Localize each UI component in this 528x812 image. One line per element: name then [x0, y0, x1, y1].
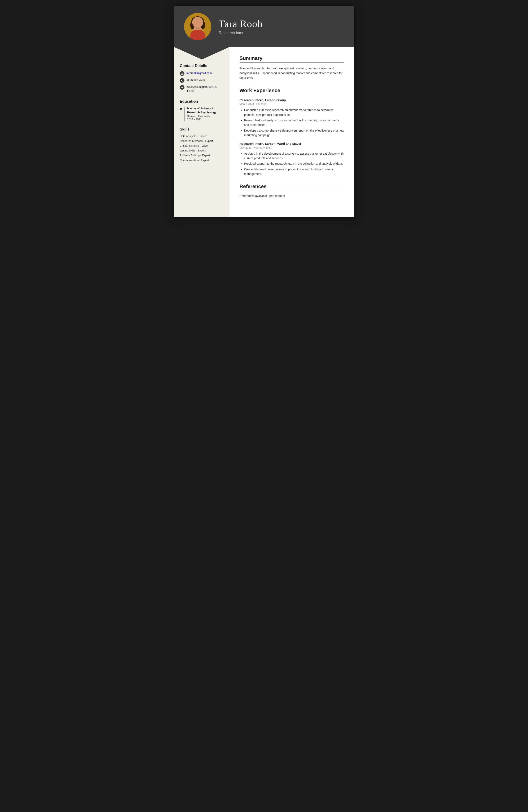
- skill-item: Critical Thinking - Expert: [180, 144, 224, 147]
- phone-svg: [181, 79, 183, 82]
- phone-icon: [180, 78, 184, 83]
- references-section: References References available upon req…: [240, 184, 344, 198]
- location-icon: [180, 85, 184, 90]
- svg-point-8: [190, 33, 205, 40]
- education-school: Stanford University: [187, 115, 224, 118]
- svg-point-4: [201, 21, 205, 29]
- job-1-bullet-2: Researched and analyzed customer feedbac…: [244, 118, 344, 127]
- svg-point-0: [184, 13, 211, 40]
- svg-point-6: [199, 24, 200, 25]
- job-2-bullet-3: Created detailed presentations to presen…: [244, 167, 344, 176]
- avatar-image: [184, 13, 211, 40]
- education-degree: Master of Science in Research Psychology: [187, 107, 224, 115]
- references-text: References available upon request: [240, 194, 344, 198]
- resume-header: Tara Roob Research Intern: [174, 6, 354, 47]
- skill-item: Writing Skills - Expert: [180, 149, 224, 152]
- job-2-bullets: Assisted in the development of a survey …: [240, 151, 344, 176]
- svg-point-11: [182, 87, 182, 87]
- references-title: References: [240, 184, 344, 191]
- sidebar-content: Contact Details tararoob@gmail.com: [174, 59, 229, 176]
- work-experience-title: Work Experience: [240, 88, 344, 95]
- candidate-title: Research Intern: [219, 31, 344, 35]
- job-entry-2: Research Intern, Larson, Ward and Mayer …: [240, 142, 344, 176]
- contact-section-title: Contact Details: [180, 64, 224, 68]
- svg-rect-9: [196, 30, 199, 34]
- education-section-title: Education: [180, 99, 224, 104]
- contact-phone-item: (893) 197 7530: [180, 78, 224, 83]
- resume-document: Tara Roob Research Intern Contact Detail…: [174, 6, 354, 217]
- main-content: Summary Talented Research Intern with ex…: [229, 47, 354, 217]
- job-entry-1: Research Intern, Larson Group March 2023…: [240, 98, 344, 137]
- email-icon: [180, 71, 184, 76]
- address-value: West Assuntafort, 50816, Illinois: [187, 85, 217, 93]
- job-2-bullet-2: Provided support to the research team in…: [244, 161, 344, 166]
- summary-text: Talented Research Intern with exceptiona…: [240, 66, 344, 81]
- body-layout: Contact Details tararoob@gmail.com: [174, 47, 354, 217]
- contact-email-item: tararoob@gmail.com: [180, 71, 224, 76]
- skill-item: Data Analysis - Expert: [180, 134, 224, 137]
- header-text: Tara Roob Research Intern: [219, 18, 344, 35]
- location-svg: [181, 86, 183, 89]
- contact-section: Contact Details tararoob@gmail.com: [180, 64, 224, 93]
- svg-point-1: [191, 16, 204, 26]
- summary-title: Summary: [240, 55, 344, 63]
- email-svg: [181, 72, 183, 75]
- sidebar: Contact Details tararoob@gmail.com: [174, 47, 229, 217]
- svg-point-2: [192, 20, 203, 32]
- sidebar-chevron-decoration: [174, 47, 229, 59]
- summary-section: Summary Talented Research Intern with ex…: [240, 55, 344, 81]
- job-2-bullet-1: Assisted in the development of a survey …: [244, 151, 344, 161]
- job-1-bullets: Conducted extensive research on current …: [240, 108, 344, 137]
- education-bullet: [180, 108, 182, 110]
- svg-point-7: [197, 26, 198, 27]
- job-1-bullet-1: Conducted extensive research on current …: [244, 108, 344, 117]
- job-2-title: Research Intern, Larson, Ward and Mayer: [240, 142, 344, 145]
- education-years: 2017 - 2021: [187, 118, 224, 121]
- job-1-bullet-3: Developed a comprehensive data-driven re…: [244, 128, 344, 137]
- avatar: [184, 13, 211, 40]
- education-details: Master of Science in Research Psychology…: [184, 107, 224, 121]
- skill-item: Communication - Expert: [180, 159, 224, 162]
- svg-point-5: [195, 24, 197, 25]
- job-1-title: Research Intern, Larson Group: [240, 98, 344, 102]
- job-2-dates: May 2021 - February 2023: [240, 146, 344, 149]
- education-section: Education Master of Science in Research …: [180, 99, 224, 121]
- contact-address-item: West Assuntafort, 50816, Illinois: [180, 85, 224, 93]
- phone-value: (893) 197 7530: [187, 78, 205, 82]
- skills-section-title: Skills: [180, 127, 224, 132]
- svg-point-3: [190, 21, 195, 29]
- skills-section: Skills Data Analysis - Expert Research M…: [180, 127, 224, 162]
- skill-item: Problem Solving - Expert: [180, 154, 224, 157]
- candidate-name: Tara Roob: [219, 18, 344, 30]
- email-value[interactable]: tararoob@gmail.com: [187, 71, 212, 75]
- job-1-dates: March 2023 - Present: [240, 102, 344, 105]
- education-item: Master of Science in Research Psychology…: [180, 107, 224, 121]
- work-experience-section: Work Experience Research Intern, Larson …: [240, 88, 344, 176]
- skill-item: Research Methods - Expert: [180, 139, 224, 143]
